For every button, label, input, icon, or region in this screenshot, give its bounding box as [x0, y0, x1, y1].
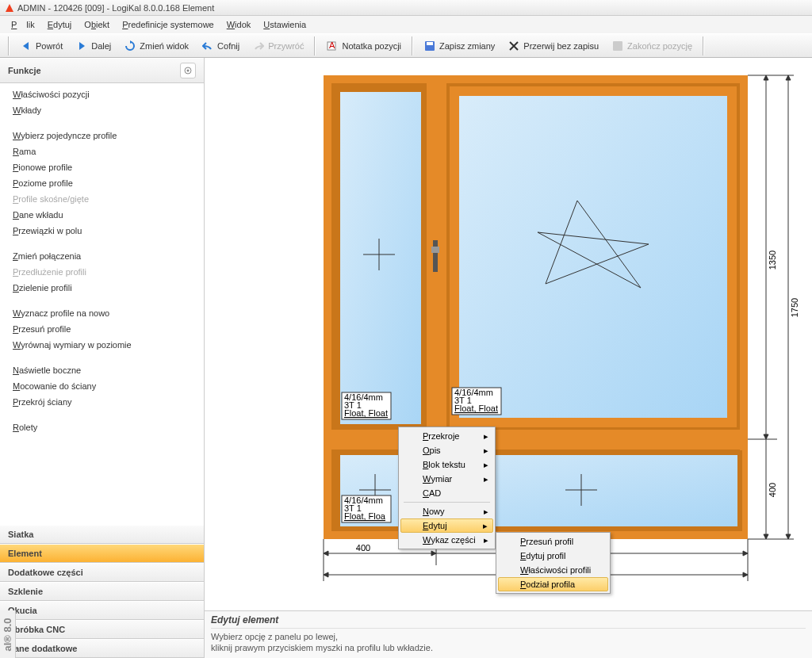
- svg-rect-17: [433, 240, 438, 272]
- context-menu-item[interactable]: Wykaz części▸: [400, 533, 493, 547]
- sidebar-item: Profile skośne/gięte: [0, 191, 204, 207]
- menu-edit[interactable]: Edytuj: [43, 18, 77, 31]
- sidebar-item[interactable]: Pionowe profile: [0, 159, 204, 175]
- redo-icon: [252, 40, 265, 52]
- sidebar-header: Funkcje: [0, 58, 204, 83]
- sidebar-group[interactable]: Szklenie: [0, 582, 204, 601]
- sidebar-list: Właściwości pozycjiWkładyWybierz pojedyn…: [0, 83, 204, 525]
- svg-text:400: 400: [768, 483, 777, 497]
- sidebar-item[interactable]: Wyznacz profile na nowo: [0, 305, 204, 321]
- sidebar-group[interactable]: Dodatkowe części: [0, 563, 204, 582]
- sidebar-item[interactable]: Wyrównaj wymiary w poziomie: [0, 337, 204, 353]
- cancel-button[interactable]: Przerwij bez zapisu: [502, 36, 604, 55]
- menu-file[interactable]: Plik: [6, 18, 40, 31]
- sidebar-item[interactable]: Właściwości pozycji: [0, 86, 204, 102]
- sidebar-group[interactable]: Element: [0, 544, 204, 563]
- context-menu-item[interactable]: Blok tekstu▸: [400, 457, 493, 472]
- sidebar-group[interactable]: Obróbka CNC: [0, 620, 204, 639]
- svg-rect-4: [613, 41, 622, 51]
- sidebar-group[interactable]: Dane dodatkowe: [0, 639, 204, 658]
- context-submenu[interactable]: Przesuń profilEdytuj profilWłaściwości p…: [496, 532, 611, 594]
- save-icon-2: [611, 40, 624, 52]
- menu-view[interactable]: Widok: [222, 18, 256, 31]
- sidebar-group[interactable]: Siatka: [0, 525, 204, 544]
- redo-button: Przywróć: [247, 36, 309, 55]
- drawing-area: 4/16/4mm3T 1Float, Float 4/16/4mm3T 1Flo…: [205, 58, 812, 658]
- context-menu[interactable]: Przekroje▸Opis▸Blok tekstu▸Wymiar▸CADNow…: [398, 427, 496, 549]
- sidebar-item[interactable]: Rama: [0, 143, 204, 159]
- sidebar-item[interactable]: Zmień połączenia: [0, 248, 204, 264]
- svg-text:1350: 1350: [768, 251, 777, 270]
- sidebar-item[interactable]: Dzielenie profili: [0, 280, 204, 296]
- sidebar-item[interactable]: Poziome profile: [0, 175, 204, 191]
- toolbar: Powrót Dalej Zmień widok Cofnij Przywróć…: [0, 33, 812, 58]
- footer-hint: Edytuj element Wybierz opcję z panelu po…: [205, 610, 812, 658]
- footer-title: Edytuj element: [211, 614, 806, 629]
- context-menu-item[interactable]: Podział profila: [498, 577, 608, 591]
- next-button[interactable]: Dalej: [70, 36, 117, 55]
- menu-settings[interactable]: Ustawienia: [259, 18, 311, 31]
- window-title: ADMIN - 120426 [009] - LogiKal 8.0.0.168…: [17, 3, 214, 13]
- posnote-button[interactable]: A Notatka pozycji: [320, 36, 407, 55]
- menu-object[interactable]: Obiekt: [79, 18, 114, 31]
- sidebar-item[interactable]: Przekrój ściany: [0, 394, 204, 410]
- svg-text:Float, Floa: Float, Floa: [344, 511, 386, 521]
- undo-icon: [201, 40, 214, 52]
- refresh-icon: [124, 40, 136, 52]
- svg-rect-9: [331, 430, 740, 450]
- sidebar: Funkcje Właściwości pozycjiWkładyWybierz…: [0, 58, 205, 658]
- context-menu-item[interactable]: Przesuń profil: [498, 534, 608, 549]
- menu-predef[interactable]: Predefinicje systemowe: [117, 18, 219, 31]
- svg-text:400: 400: [356, 543, 370, 553]
- sidebar-item[interactable]: Wybierz pojedyncze profile: [0, 128, 204, 143]
- version-strip: al® 8.0: [0, 610, 16, 658]
- sidebar-item[interactable]: Przewiązki w polu: [0, 223, 204, 239]
- titlebar: ADMIN - 120426 [009] - LogiKal 8.0.0.168…: [0, 0, 812, 16]
- save-button[interactable]: Zapisz zmiany: [418, 36, 500, 55]
- svg-rect-11: [338, 90, 423, 427]
- back-icon: [20, 40, 33, 52]
- undo-button[interactable]: Cofnij: [196, 36, 245, 55]
- svg-text:A: A: [329, 40, 335, 50]
- context-menu-item[interactable]: Edytuj profil: [498, 549, 608, 563]
- svg-text:Float, Float: Float, Float: [344, 408, 388, 418]
- context-menu-item[interactable]: Właściwości profili: [498, 563, 608, 577]
- finish-button: Zakończ pozycję: [606, 36, 698, 55]
- changeview-button[interactable]: Zmień widok: [118, 36, 194, 55]
- gear-icon[interactable]: [180, 63, 196, 78]
- note-icon: A: [326, 40, 339, 52]
- close-icon: [508, 40, 520, 52]
- back-button[interactable]: Powrót: [14, 36, 68, 55]
- context-menu-item[interactable]: Wymiar▸: [400, 472, 493, 486]
- sidebar-item[interactable]: Naświetle boczne: [0, 362, 204, 378]
- sidebar-item[interactable]: Rolety: [0, 419, 204, 435]
- context-menu-item[interactable]: Edytuj▸: [400, 518, 493, 533]
- svg-rect-18: [431, 247, 439, 253]
- menubar: Plik Edytuj Obiekt Predefinicje systemow…: [0, 16, 812, 33]
- svg-text:1750: 1750: [790, 298, 799, 317]
- app-icon: [5, 3, 14, 13]
- canvas[interactable]: 4/16/4mm3T 1Float, Float 4/16/4mm3T 1Flo…: [205, 58, 812, 610]
- context-menu-item[interactable]: Przekroje▸: [400, 429, 493, 443]
- save-icon: [423, 40, 436, 52]
- context-menu-item[interactable]: Opis▸: [400, 443, 493, 457]
- next-icon: [75, 40, 88, 52]
- sidebar-item[interactable]: Przesuń profile: [0, 321, 204, 337]
- svg-point-6: [187, 70, 190, 72]
- svg-rect-13: [459, 96, 727, 418]
- sidebar-group[interactable]: Okucia: [0, 601, 204, 620]
- sidebar-item[interactable]: Wkłady: [0, 102, 204, 118]
- sidebar-item[interactable]: Mocowanie do ściany: [0, 378, 204, 394]
- svg-text:Float, Float: Float, Float: [454, 404, 498, 413]
- sidebar-item[interactable]: Dane wkładu: [0, 207, 204, 223]
- context-menu-item[interactable]: CAD: [400, 486, 493, 500]
- sidebar-item: Przedłużenie profili: [0, 264, 204, 280]
- context-menu-item[interactable]: Nowy▸: [400, 504, 493, 518]
- svg-rect-3: [427, 42, 433, 45]
